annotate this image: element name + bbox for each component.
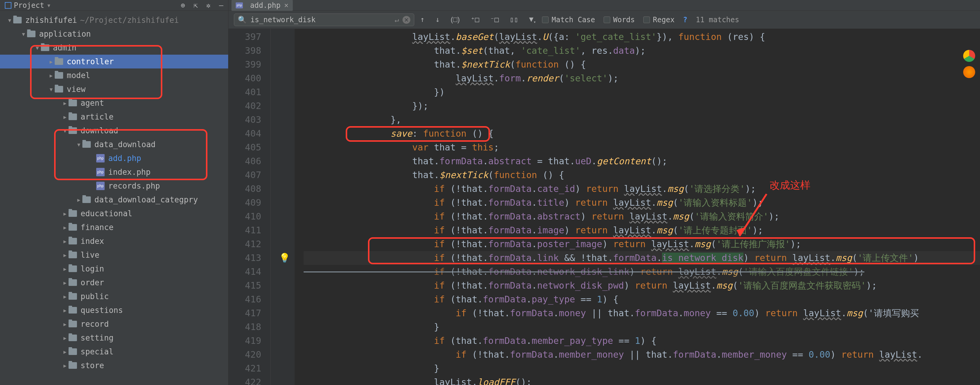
- browser-icons: [963, 50, 975, 78]
- code-line-405[interactable]: var that = this;: [304, 141, 980, 154]
- code-line-399[interactable]: that.$nextTick(function () {: [304, 58, 980, 71]
- code-line-409[interactable]: if (!that.formData.title) return layList…: [304, 196, 980, 210]
- folder-icon: [68, 307, 77, 314]
- code-area[interactable]: 3973983994004014024034044054064074084094…: [229, 29, 980, 385]
- tree-item-public[interactable]: ▸public: [0, 290, 228, 303]
- code-line-407[interactable]: that.$nextTick(function () {: [304, 168, 980, 182]
- code-line-413[interactable]: if (!that.formData.link && !that.formDat…: [304, 251, 980, 265]
- code-line-401[interactable]: }): [304, 85, 980, 99]
- tree-root-row[interactable]: ▾zhishifufei~/Project/zhishifufei: [0, 13, 228, 27]
- tree-item-agent[interactable]: ▸agent: [0, 96, 228, 110]
- tree-item-index-php[interactable]: phpindex.php: [0, 165, 228, 179]
- folder-icon: [83, 141, 91, 148]
- tree-item-live[interactable]: ▸live: [0, 248, 228, 262]
- newline-icon[interactable]: ↵: [395, 16, 399, 24]
- dropdown-icon[interactable]: ▾: [46, 1, 51, 10]
- tree-item-view[interactable]: ▾view: [0, 82, 228, 96]
- prev-match-icon[interactable]: ↑: [420, 15, 425, 24]
- remove-selection-icon[interactable]: ⁻□: [490, 15, 499, 24]
- select-all-icon[interactable]: (□): [450, 15, 460, 24]
- next-match-icon[interactable]: ↓: [435, 15, 439, 24]
- tree-item-record[interactable]: ▸record: [0, 317, 228, 331]
- tab-add-php[interactable]: php add.php ×: [231, 0, 293, 11]
- tree-item-download[interactable]: ▾download: [0, 124, 228, 138]
- filter-icon[interactable]: ▼▾: [529, 15, 536, 24]
- find-input[interactable]: [250, 16, 391, 24]
- tree-item-records-php[interactable]: phprecords.php: [0, 179, 228, 193]
- intention-bulb-icon[interactable]: 💡: [279, 251, 290, 265]
- chrome-icon[interactable]: [963, 50, 975, 62]
- gutter[interactable]: 3973983994004014024034044054064074084094…: [229, 29, 270, 385]
- tree-item-setting[interactable]: ▸setting: [0, 331, 228, 345]
- firefox-icon[interactable]: [963, 66, 975, 78]
- close-icon[interactable]: ×: [284, 1, 288, 10]
- match-case-check[interactable]: Match Case: [542, 16, 595, 24]
- code-line-416[interactable]: if (that.formData.pay_type == 1) {: [304, 293, 980, 306]
- code-line-414[interactable]: if (!that.formData.network_disk_link) re…: [304, 265, 980, 279]
- target-icon[interactable]: ⊕: [181, 1, 185, 10]
- folder-icon: [68, 334, 77, 341]
- tree-item-data_download_categpry[interactable]: ▸data_download_categpry: [0, 193, 228, 207]
- php-icon: php: [96, 154, 105, 162]
- gear-icon[interactable]: ✲: [206, 1, 210, 10]
- code-line-403[interactable]: },: [304, 113, 980, 127]
- tree-item-controller[interactable]: ▸controller: [0, 55, 228, 68]
- code-line-419[interactable]: if (that.formData.member_pay_type == 1) …: [304, 334, 980, 348]
- code-line-406[interactable]: that.formData.abstract = that.ueD.getCon…: [304, 154, 980, 168]
- regex-check[interactable]: Regex: [643, 16, 675, 24]
- code-line-420[interactable]: if (!that.formData.member_money || that.…: [304, 348, 980, 361]
- code-line-415[interactable]: if (!that.formData.network_disk_pwd) ret…: [304, 279, 980, 293]
- gutter-marks: 💡: [270, 29, 294, 385]
- folder-icon: [68, 293, 77, 300]
- collapse-icon[interactable]: ⇱: [194, 1, 198, 10]
- search-icon: 🔍: [238, 16, 247, 24]
- code-line-400[interactable]: layList.form.render('select');: [304, 71, 980, 85]
- project-tree[interactable]: ▾zhishifufei~/Project/zhishifufei▾applic…: [0, 11, 229, 385]
- words-check[interactable]: Words: [604, 16, 635, 24]
- tree-root: zhishifufei: [25, 16, 77, 25]
- tree-item-article[interactable]: ▸article: [0, 110, 228, 124]
- tree-item-educational[interactable]: ▸educational: [0, 207, 228, 220]
- find-input-box[interactable]: 🔍 ↵ ×: [234, 14, 414, 26]
- code-line-417[interactable]: if (!that.formData.money || that.formDat…: [304, 306, 980, 320]
- code-line-422[interactable]: layList.loadFFF();: [304, 375, 980, 385]
- folder-icon: [68, 114, 77, 120]
- folder-icon: [68, 349, 77, 355]
- tree-item-data_download[interactable]: ▾data_download: [0, 138, 228, 151]
- tree-item-index[interactable]: ▸index: [0, 234, 228, 248]
- tree-item-admin[interactable]: ▾admin: [0, 41, 228, 55]
- tree-item-login[interactable]: ▸login: [0, 262, 228, 276]
- code-line-421[interactable]: }: [304, 361, 980, 375]
- code-line-412[interactable]: if (!that.formData.poster_image) return …: [304, 237, 980, 251]
- add-selection-icon[interactable]: ⁺□: [471, 15, 479, 24]
- clear-icon[interactable]: ×: [402, 16, 410, 24]
- tree-item-application[interactable]: ▾application: [0, 27, 228, 41]
- code-line-418[interactable]: }: [304, 320, 980, 334]
- code-line-408[interactable]: if (!that.formData.cate_id) return layLi…: [304, 182, 980, 196]
- code-line-410[interactable]: if (!that.formData.abstract) return layL…: [304, 210, 980, 223]
- code-line-404[interactable]: save: function () {: [304, 127, 980, 141]
- tree-item-special[interactable]: ▸special: [0, 345, 228, 358]
- code-line-397[interactable]: layList.baseGet(layList.U({a: 'get_cate_…: [304, 30, 980, 44]
- tree-item-questions[interactable]: ▸questions: [0, 303, 228, 317]
- code-lines[interactable]: layList.baseGet(layList.U({a: 'get_cate_…: [294, 29, 980, 385]
- tree-item-store[interactable]: ▸store: [0, 358, 228, 372]
- code-line-402[interactable]: });: [304, 99, 980, 113]
- select-occurrences-icon[interactable]: ▯▯: [509, 15, 518, 24]
- php-icon: php: [96, 182, 105, 190]
- tree-item-order[interactable]: ▸order: [0, 276, 228, 290]
- project-title[interactable]: Project: [14, 1, 44, 10]
- tree-item-model[interactable]: ▸model: [0, 68, 228, 82]
- folder-icon: [68, 266, 77, 272]
- folder-icon: [68, 238, 77, 244]
- folder-icon: [68, 100, 77, 106]
- folder-icon: [83, 196, 91, 203]
- help-icon[interactable]: ?: [683, 16, 687, 24]
- folder-icon: [55, 58, 63, 65]
- tree-item-add-php[interactable]: phpadd.php: [0, 151, 228, 165]
- folder-icon: [41, 44, 49, 51]
- code-line-411[interactable]: if (!that.formData.image) return layList…: [304, 223, 980, 237]
- hide-icon[interactable]: —: [219, 1, 223, 10]
- code-line-398[interactable]: that.$set(that, 'cate_list', res.data);: [304, 44, 980, 58]
- tree-item-finance[interactable]: ▸finance: [0, 220, 228, 234]
